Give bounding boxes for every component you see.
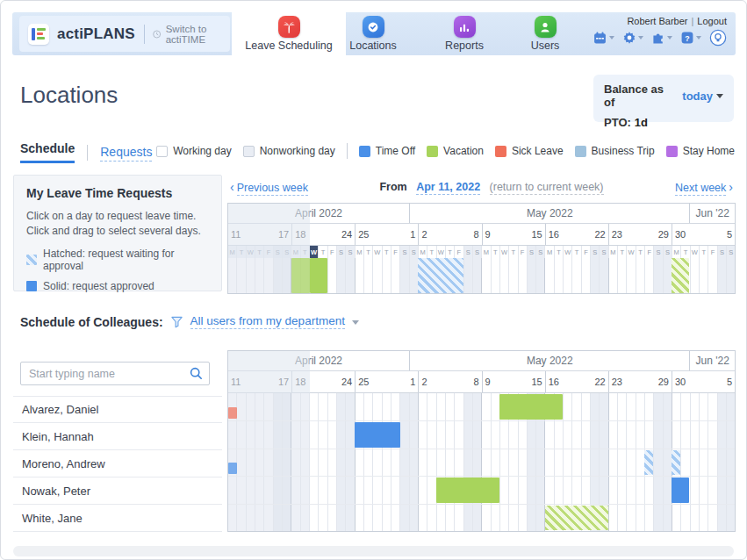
day-cell xyxy=(599,477,607,503)
day-cell[interactable] xyxy=(273,258,282,293)
day-cell[interactable] xyxy=(590,258,599,293)
day-cell xyxy=(336,505,345,531)
day-cell[interactable] xyxy=(663,258,672,293)
nav-item-users[interactable]: Users xyxy=(506,12,585,55)
nav-item-locations[interactable]: Locations xyxy=(334,12,413,55)
day-cell xyxy=(527,477,535,503)
day-cell[interactable] xyxy=(571,258,580,293)
toolbar-calendar-icon[interactable] xyxy=(593,31,614,45)
department-filter-dropdown[interactable]: All users from my department xyxy=(190,314,345,329)
day-cell[interactable] xyxy=(527,258,535,293)
day-cell xyxy=(626,505,635,531)
day-cell[interactable] xyxy=(282,258,291,293)
balance-date-dropdown[interactable]: today xyxy=(682,90,723,103)
day-cell xyxy=(399,449,408,476)
day-cell[interactable] xyxy=(626,258,635,293)
colleague-row[interactable]: Nowak, Peter xyxy=(13,477,222,505)
day-cell xyxy=(336,421,345,448)
day-cell[interactable] xyxy=(391,258,399,293)
day-cell[interactable] xyxy=(355,258,363,293)
colleague-row[interactable]: Moreno, Andrew xyxy=(13,450,222,477)
legend-item-vacation: Vacation xyxy=(427,145,484,157)
day-cell[interactable] xyxy=(409,258,418,293)
toolbar-help-icon[interactable]: ? xyxy=(680,31,701,45)
from-date-link[interactable]: Apr 11, 2022 xyxy=(416,181,480,195)
day-cell xyxy=(554,477,563,503)
day-cell[interactable] xyxy=(707,258,716,293)
nav-item-leave[interactable]: Leave Scheduling xyxy=(232,12,346,55)
day-cell[interactable] xyxy=(345,258,354,293)
switch-to-actitime-link[interactable]: Switch to actiTIME xyxy=(153,24,221,45)
colleague-row[interactable]: Alvarez, Daniel xyxy=(13,396,222,423)
tab-requests[interactable]: Requests xyxy=(100,145,152,162)
day-cell[interactable] xyxy=(617,258,626,293)
day-cell[interactable] xyxy=(608,258,617,293)
leave-icon xyxy=(278,16,300,38)
day-cell[interactable] xyxy=(336,258,345,293)
day-cell[interactable] xyxy=(263,258,272,293)
nav-item-reports[interactable]: Reports xyxy=(425,12,504,55)
day-letter: T xyxy=(300,246,309,258)
day-cell[interactable] xyxy=(717,258,726,293)
day-cell[interactable] xyxy=(544,258,553,293)
legend-swatch xyxy=(359,146,370,157)
day-cell[interactable] xyxy=(327,258,336,293)
legend-label: Time Off xyxy=(376,145,415,157)
next-week-link[interactable]: Next week› xyxy=(675,180,736,194)
day-cell[interactable] xyxy=(644,258,653,293)
week-start-date: 25 xyxy=(358,229,369,240)
day-cell[interactable] xyxy=(255,258,263,293)
legend-item-stayhome: Stay Home xyxy=(666,145,735,157)
day-cell[interactable] xyxy=(372,258,381,293)
day-cell xyxy=(263,449,272,476)
day-cell[interactable] xyxy=(246,258,255,293)
day-cell[interactable] xyxy=(653,258,662,293)
toolbar-gear-icon[interactable] xyxy=(622,31,643,45)
logout-link[interactable]: Logout xyxy=(697,16,727,26)
horizontal-scrollbar[interactable] xyxy=(13,546,734,556)
chevron-down-icon xyxy=(696,36,701,39)
day-cell[interactable] xyxy=(699,258,707,293)
toolbar-idea-icon[interactable] xyxy=(709,29,727,47)
toolbar-puzzle-icon[interactable] xyxy=(651,31,672,45)
day-cell[interactable] xyxy=(499,258,508,293)
day-cell[interactable] xyxy=(463,258,472,293)
search-icon[interactable] xyxy=(189,366,204,384)
search-input[interactable] xyxy=(20,362,210,385)
colleague-row[interactable]: White, Jane xyxy=(13,505,222,532)
day-cell[interactable] xyxy=(508,258,517,293)
day-cell[interactable] xyxy=(690,258,699,293)
day-cell[interactable] xyxy=(563,258,571,293)
day-cell[interactable] xyxy=(236,258,245,293)
day-cell[interactable] xyxy=(726,258,735,293)
day-cell[interactable] xyxy=(363,258,372,293)
day-cell[interactable] xyxy=(554,258,563,293)
day-cell[interactable] xyxy=(518,258,527,293)
day-cell[interactable] xyxy=(399,258,408,293)
return-to-current-week-link[interactable]: (return to current week) xyxy=(490,181,604,195)
leave-block-vacation-solid xyxy=(436,477,499,502)
day-cell[interactable] xyxy=(481,258,490,293)
tab-schedule[interactable]: Schedule xyxy=(20,141,75,163)
legend-item: Nonworking day xyxy=(243,145,335,157)
day-cell xyxy=(327,393,336,420)
day-cell xyxy=(263,421,272,448)
day-cell xyxy=(427,505,435,531)
user-name[interactable]: Robert Barber xyxy=(627,16,687,26)
day-cell[interactable] xyxy=(535,258,544,293)
day-cell[interactable] xyxy=(636,258,644,293)
day-cell xyxy=(263,505,272,531)
colleague-row[interactable]: Klein, Hannah xyxy=(13,423,222,450)
day-cell xyxy=(463,449,472,476)
previous-week-link[interactable]: ‹Previous week xyxy=(227,180,308,194)
day-cell xyxy=(236,393,245,420)
day-cell[interactable] xyxy=(228,258,236,293)
day-cell[interactable] xyxy=(382,258,391,293)
day-cell[interactable] xyxy=(472,258,481,293)
day-cell xyxy=(355,505,363,531)
day-cell xyxy=(409,477,418,503)
day-cell[interactable] xyxy=(599,258,607,293)
day-cell[interactable] xyxy=(581,258,590,293)
day-cell xyxy=(291,393,299,420)
day-cell[interactable] xyxy=(491,258,499,293)
